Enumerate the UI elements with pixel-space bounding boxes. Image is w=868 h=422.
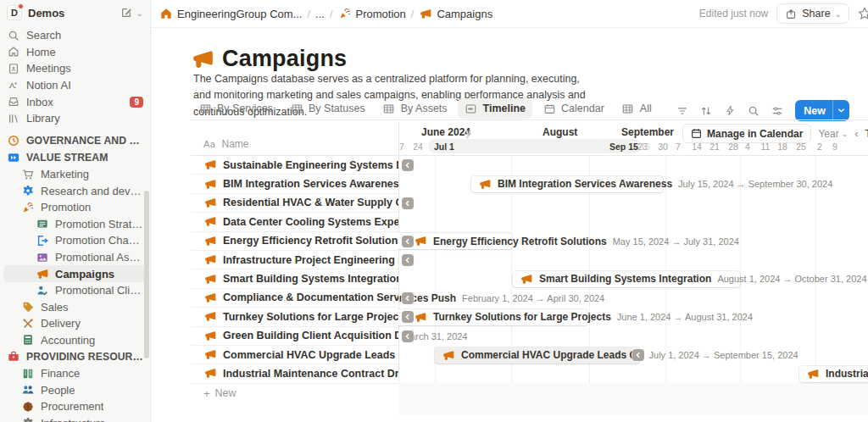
megaphone-icon: [478, 177, 492, 191]
sidebar-item-sales[interactable]: Sales: [0, 299, 150, 316]
divider: [191, 155, 398, 156]
breadcrumb-item[interactable]: ...: [315, 8, 325, 20]
tab-by-assets[interactable]: By Assets: [376, 98, 454, 119]
tab-label: Timeline: [483, 103, 526, 114]
chevron-down-icon[interactable]: [832, 100, 849, 121]
sidebar-item-delivery[interactable]: Delivery: [0, 315, 150, 332]
table-row[interactable]: Data Center Cooling Systems Expertise: [191, 212, 398, 230]
sidebar-item-label: Library: [26, 112, 60, 125]
scroll-to-bar-chip[interactable]: [402, 197, 414, 209]
sidebar-item-notion-ai[interactable]: Notion AI: [0, 77, 150, 94]
tab-timeline[interactable]: Timeline: [458, 98, 532, 119]
sidebar-item-meetings[interactable]: Meetings: [0, 60, 150, 77]
table-row[interactable]: Compliance & Documentation Services Push: [191, 288, 398, 307]
sidebar-item-promotion-strategies[interactable]: Promotion Strategies: [0, 216, 150, 233]
filter-icon[interactable]: [673, 103, 692, 119]
notification-dot: [18, 3, 24, 9]
star-icon[interactable]: [858, 7, 868, 20]
sidebar-item-promotional-assets[interactable]: Promotional Assets: [0, 249, 150, 266]
sidebar-item-infrastructure[interactable]: Infrastructure: [0, 415, 150, 422]
sidebar-item-library[interactable]: Library: [0, 110, 150, 127]
sidebar-item-research-and-development[interactable]: Research and development: [0, 182, 150, 199]
briefcase-red-icon: [7, 350, 20, 364]
calculator-icon: [21, 333, 35, 347]
name-column: Aa Name Sustainable Engineering Systems …: [191, 121, 398, 415]
calendar-icon: [542, 102, 556, 115]
manage-in-calendar-button[interactable]: Manage in Calendar: [682, 124, 811, 143]
sort-icon[interactable]: [697, 103, 715, 119]
sidebar-item-people[interactable]: People: [0, 381, 150, 398]
sidebar-item-label: Infrastructure: [41, 417, 106, 422]
today-button[interactable]: Today: [865, 128, 868, 140]
scroll-to-bar-chip[interactable]: [402, 254, 414, 266]
scroll-to-bar-chip[interactable]: [402, 236, 414, 247]
prev-arrow[interactable]: ‹: [854, 127, 858, 140]
sidebar-item-search[interactable]: Search: [0, 27, 150, 44]
table-row[interactable]: Sustainable Engineering Systems Design L…: [191, 155, 398, 174]
table-row[interactable]: Green Building Client Acquisition Drive: [191, 326, 398, 345]
sidebar-item-label: Marketing: [41, 168, 89, 180]
date-tick: 18: [777, 142, 787, 152]
table-row[interactable]: Turnkey Solutions for Large Projects: [191, 307, 398, 325]
timeline-canvas[interactable]: Manage in Calendar Year ⌄ ‹ Today › Jul …: [398, 121, 868, 415]
tab-all[interactable]: All: [615, 98, 659, 119]
chevron-down-icon[interactable]: ⌄: [136, 8, 143, 18]
date-tick: 25: [796, 142, 806, 152]
tab-by-services[interactable]: By Services: [192, 98, 280, 119]
sidebar-item-procurement[interactable]: Procurement: [0, 398, 150, 415]
table-row[interactable]: Residential HVAC & Water Supply Cross-Se…: [191, 193, 398, 212]
table-row[interactable]: Energy Efficiency Retrofit Solutions: [191, 231, 398, 250]
table-row[interactable]: BIM Integration Services Awareness: [191, 174, 398, 192]
sidebar-item-promotion[interactable]: Promotion: [0, 199, 150, 216]
timeline-zoom-select[interactable]: Year ⌄: [818, 128, 848, 140]
megaphone-icon: [203, 253, 217, 267]
sliders-icon[interactable]: [768, 103, 787, 119]
table-row[interactable]: Industrial Maintenance Contract Drive Q4: [191, 364, 398, 382]
share-button[interactable]: Share ⌄: [776, 3, 849, 24]
sidebar-item-home[interactable]: Home: [0, 44, 150, 61]
gear-blue-icon: [21, 184, 35, 197]
tab-calendar[interactable]: Calendar: [536, 98, 611, 119]
sidebar-sections: GOVERNANCE AND MANA...VALUE STREAMMarket…: [0, 127, 150, 422]
bolt-icon[interactable]: [721, 103, 739, 119]
sidebar-item-label: Delivery: [41, 317, 81, 330]
new-button[interactable]: New: [795, 100, 849, 121]
compose-icon[interactable]: [120, 6, 133, 19]
sidebar-item-inbox[interactable]: Inbox9: [0, 93, 150, 110]
campaign-name: Residential HVAC & Water Supply Cross-Se…: [223, 197, 398, 208]
new-row-button[interactable]: + New: [191, 383, 398, 403]
table-row[interactable]: Infrastructure Project Engineering Servi…: [191, 250, 398, 269]
scroll-to-bar-chip[interactable]: [402, 159, 414, 171]
scroll-to-bar-chip[interactable]: [402, 292, 414, 304]
sidebar-item-marketing[interactable]: Marketing: [0, 166, 150, 183]
scroll-to-bar-chip[interactable]: [402, 311, 414, 323]
sidebar-scrollbar[interactable]: [144, 191, 149, 358]
scroll-to-bar-chip[interactable]: [402, 330, 414, 342]
sidebar-item-providing-resources-a[interactable]: PROVIDING RESOURCES A...: [0, 348, 150, 365]
sidebar-item-value-stream[interactable]: VALUE STREAM: [0, 149, 150, 166]
bar-edge-chip[interactable]: [632, 349, 644, 361]
breadcrumb-item[interactable]: Promotion: [338, 7, 406, 20]
sidebar-item-finance[interactable]: Finance: [0, 365, 150, 382]
workspace-switcher[interactable]: D Demos ⌄: [0, 0, 150, 25]
breadcrumb-item[interactable]: Campaigns: [419, 7, 492, 20]
tab-by-statuses[interactable]: By Statuses: [283, 98, 372, 119]
sidebar-item-label: Notion AI: [26, 79, 71, 92]
party-icon: [21, 201, 35, 214]
sidebar: D Demos ⌄ SearchHomeMeetingsNotion AIInb…: [0, 0, 151, 422]
sidebar-item-promotional-client-relati[interactable]: Promotional Client Relati...: [0, 282, 150, 299]
sidebar-item-accounting[interactable]: Accounting: [0, 332, 150, 349]
bar-title: BIM Integration Services Awareness: [498, 178, 672, 190]
search-icon[interactable]: [744, 103, 763, 119]
date-tick: 28: [728, 142, 738, 152]
megaphone-icon: [520, 272, 533, 286]
sidebar-item-governance-and-mana[interactable]: GOVERNANCE AND MANA...: [0, 133, 150, 150]
breadcrumb-item[interactable]: EngineeringGroup Com...: [159, 7, 302, 20]
table-row[interactable]: Commercial HVAC Upgrade Leads Q3: [191, 345, 398, 364]
tab-label: All: [640, 103, 652, 114]
table-row[interactable]: Smart Building Systems Integration: [191, 269, 398, 287]
sidebar-item-campaigns[interactable]: Campaigns: [3, 265, 147, 282]
sidebar-item-promotion-channels[interactable]: Promotion Channels: [0, 232, 150, 249]
view-toolbar: New: [673, 100, 849, 121]
search-icon: [7, 29, 20, 42]
